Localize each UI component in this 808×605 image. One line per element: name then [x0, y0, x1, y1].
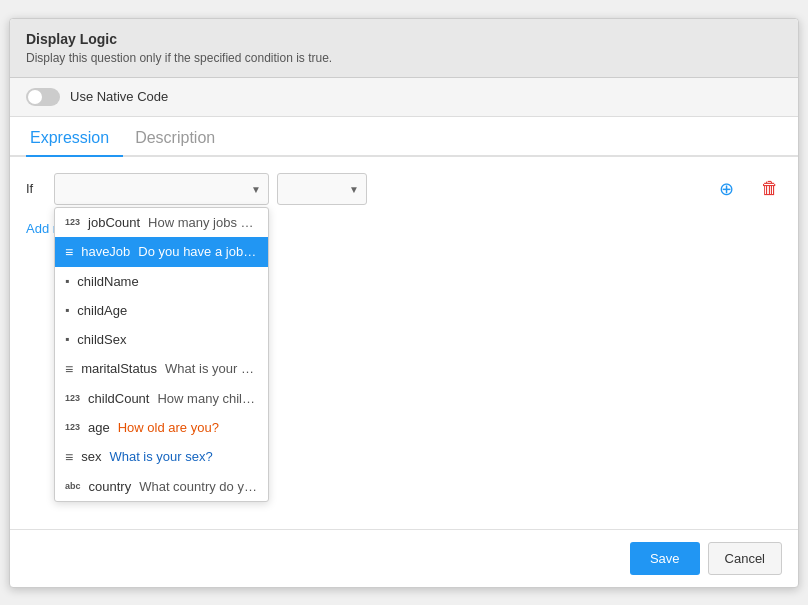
delete-condition-button[interactable]: 🗑 [758, 177, 782, 201]
list-item[interactable]: ▪childSex [55, 325, 268, 354]
item-name: age [88, 420, 110, 435]
condition-dropdown[interactable] [54, 173, 269, 205]
native-code-toggle[interactable] [26, 88, 60, 106]
cancel-button[interactable]: Cancel [708, 542, 782, 575]
if-label: If [26, 173, 46, 196]
toggle-knob [28, 90, 42, 104]
list-item[interactable]: abccountryWhat country do you liv [55, 472, 268, 501]
dialog-description: Display this question only if the specif… [26, 51, 782, 65]
display-logic-dialog: Display Logic Display this question only… [9, 18, 799, 588]
list-item[interactable]: ≡sexWhat is your sex? [55, 442, 268, 472]
tab-expression[interactable]: Expression [26, 119, 123, 157]
list-item[interactable]: ▪childAge [55, 296, 268, 325]
item-label: What is your mar [165, 361, 258, 376]
content-area: If ▼ 123jobCountHow many jobs do yo≡have… [10, 157, 798, 529]
dialog-title: Display Logic [26, 31, 782, 47]
item-name: country [89, 479, 132, 494]
toggle-row: Use Native Code [10, 78, 798, 117]
item-name: childCount [88, 391, 149, 406]
item-label: How many children [157, 391, 258, 406]
action-icons: ⊕ 🗑 [714, 173, 782, 201]
item-label: What is your sex? [109, 449, 212, 464]
item-name: haveJob [81, 244, 130, 259]
dialog-header: Display Logic Display this question only… [10, 19, 798, 78]
list-item[interactable]: ▪childName [55, 267, 268, 296]
item-name: childSex [77, 332, 126, 347]
operator-dropdown-wrapper: ▼ [277, 173, 367, 205]
item-name: childName [77, 274, 138, 289]
tab-description[interactable]: Description [131, 119, 229, 155]
item-name: jobCount [88, 215, 140, 230]
add-condition-button[interactable]: ⊕ [714, 177, 738, 201]
condition-dropdown-wrapper: ▼ 123jobCountHow many jobs do yo≡haveJob… [54, 173, 269, 205]
item-label: How many jobs do yo [148, 215, 258, 230]
list-item[interactable]: ≡maritalStatusWhat is your mar [55, 354, 268, 384]
item-name: childAge [77, 303, 127, 318]
if-row: If ▼ 123jobCountHow many jobs do yo≡have… [26, 173, 782, 205]
list-item[interactable]: 123jobCountHow many jobs do yo [55, 208, 268, 237]
dropdown-list: 123jobCountHow many jobs do yo≡haveJobDo… [54, 207, 269, 502]
list-item[interactable]: 123ageHow old are you? [55, 413, 268, 442]
operator-dropdown[interactable] [277, 173, 367, 205]
item-name: maritalStatus [81, 361, 157, 376]
item-label: What country do you liv [139, 479, 258, 494]
toggle-label: Use Native Code [70, 89, 168, 104]
save-button[interactable]: Save [630, 542, 700, 575]
dialog-footer: Save Cancel [10, 529, 798, 587]
item-label: Do you have a job out [138, 244, 258, 259]
tabs-row: Expression Description [10, 119, 798, 157]
list-item[interactable]: 123childCountHow many children [55, 384, 268, 413]
list-item[interactable]: ≡haveJobDo you have a job out [55, 237, 268, 267]
item-name: sex [81, 449, 101, 464]
item-label: How old are you? [118, 420, 219, 435]
